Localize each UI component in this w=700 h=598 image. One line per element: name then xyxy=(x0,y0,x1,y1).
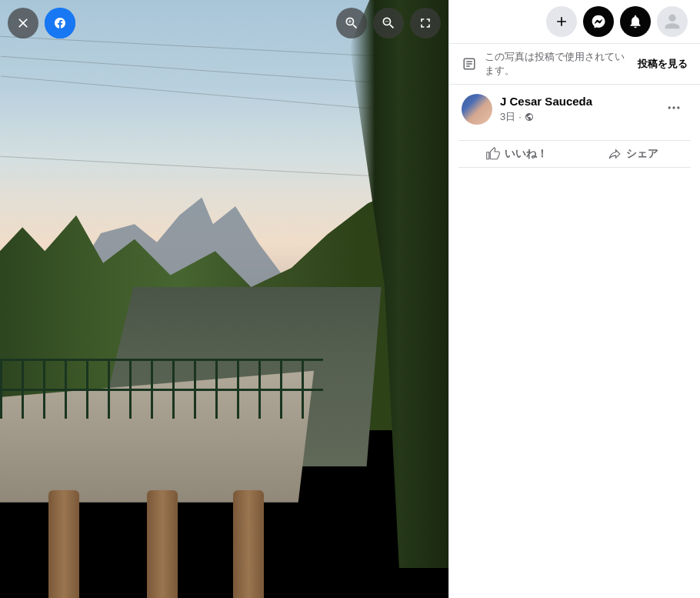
facebook-icon xyxy=(45,8,75,38)
fullscreen-button[interactable] xyxy=(410,8,441,38)
globe-icon xyxy=(525,112,534,122)
post-timestamp[interactable]: 3日 xyxy=(500,110,515,124)
svg-point-0 xyxy=(45,8,75,38)
view-post-link[interactable]: 投稿を見る xyxy=(638,57,688,71)
sidebar-header xyxy=(449,0,700,43)
like-label: いいね！ xyxy=(505,147,548,161)
post-author-name[interactable]: J Cesar Sauceda xyxy=(500,94,652,109)
messenger-button[interactable] xyxy=(583,6,614,37)
photo-sidebar: この写真は投稿で使用されています。 投稿を見る J Cesar Sauceda … xyxy=(448,0,700,598)
svg-point-6 xyxy=(672,106,675,109)
like-icon xyxy=(486,147,500,161)
post-meta: 3日 · xyxy=(500,110,652,124)
post-author-avatar[interactable] xyxy=(462,94,492,125)
create-button[interactable] xyxy=(546,6,577,37)
close-icon xyxy=(15,15,31,31)
facebook-logo[interactable] xyxy=(45,8,75,38)
zoom-out-icon xyxy=(381,15,396,31)
messenger-icon xyxy=(591,14,606,29)
zoom-in-icon xyxy=(344,15,359,31)
svg-point-7 xyxy=(677,106,679,109)
info-bar-text: この写真は投稿で使用されています。 xyxy=(485,50,630,78)
share-label: シェア xyxy=(626,147,658,161)
zoom-out-button[interactable] xyxy=(373,8,404,38)
post-header: J Cesar Sauceda 3日 · xyxy=(449,85,700,134)
share-icon xyxy=(608,147,622,161)
post-more-button[interactable] xyxy=(660,94,688,122)
photo-content[interactable] xyxy=(0,0,448,598)
share-button[interactable]: シェア xyxy=(575,141,691,167)
photo-viewer xyxy=(0,0,448,598)
post-context-icon xyxy=(462,56,477,72)
account-button[interactable] xyxy=(657,6,688,37)
more-icon xyxy=(666,100,682,115)
like-button[interactable]: いいね！ xyxy=(458,141,575,167)
bell-icon xyxy=(628,14,643,29)
actions-bar: いいね！ シェア xyxy=(458,140,691,168)
zoom-in-button[interactable] xyxy=(336,8,367,38)
post-meta-separator: · xyxy=(518,111,522,122)
close-button[interactable] xyxy=(8,8,38,38)
avatar-icon xyxy=(662,11,683,32)
plus-icon xyxy=(554,14,569,29)
svg-point-5 xyxy=(668,106,671,109)
info-bar: この写真は投稿で使用されています。 投稿を見る xyxy=(449,43,700,85)
notifications-button[interactable] xyxy=(620,6,651,37)
fullscreen-icon xyxy=(418,15,433,31)
